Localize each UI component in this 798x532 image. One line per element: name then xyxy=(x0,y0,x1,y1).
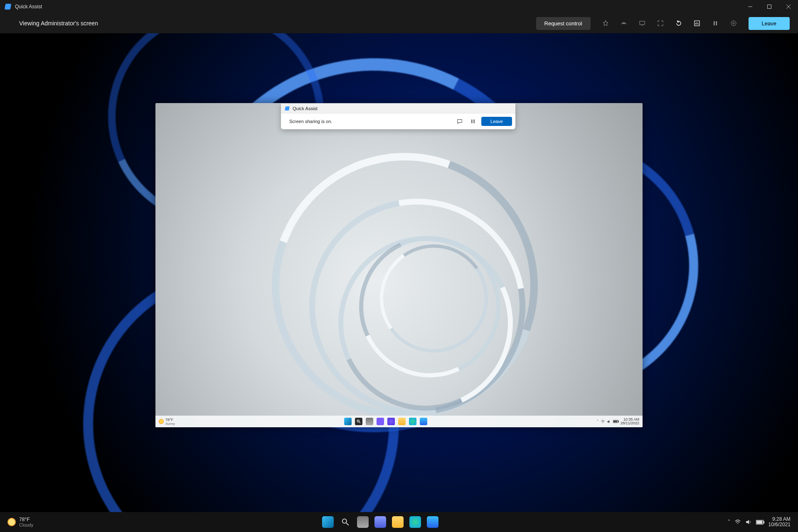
svg-rect-12 xyxy=(471,120,472,123)
svg-rect-1 xyxy=(768,5,771,9)
widgets-icon[interactable] xyxy=(377,418,384,425)
host-desktop: Quick Assist Screen sharing is on. Leave xyxy=(0,33,798,512)
store-icon[interactable] xyxy=(427,516,438,528)
svg-rect-22 xyxy=(764,521,764,523)
remote-system-tray[interactable]: ˄ 10:35 AM 28/11/2022 xyxy=(597,418,639,426)
wifi-icon[interactable] xyxy=(601,419,605,424)
weather-cond: Cloudy xyxy=(19,522,33,527)
session-status: Viewing Administrator's screen xyxy=(19,20,98,27)
svg-point-19 xyxy=(342,519,347,523)
chevron-up-icon[interactable]: ˄ xyxy=(597,419,599,424)
svg-point-4 xyxy=(623,23,624,24)
pause-icon[interactable] xyxy=(468,116,478,126)
svg-rect-5 xyxy=(640,21,645,25)
leave-button[interactable]: Leave xyxy=(749,17,790,30)
remote-weather-temp: 78°F xyxy=(165,418,175,422)
remote-taskbar: 78°F Sunny ˄ xyxy=(155,416,643,427)
remote-clock-date: 28/11/2022 xyxy=(621,421,639,425)
remote-popup-title: Quick Assist xyxy=(293,106,318,111)
svg-rect-13 xyxy=(474,120,475,123)
maximize-button[interactable] xyxy=(760,0,779,13)
svg-point-11 xyxy=(733,22,734,24)
svg-rect-18 xyxy=(614,421,617,422)
search-icon[interactable] xyxy=(340,516,351,528)
svg-rect-17 xyxy=(618,421,618,422)
edge-icon[interactable] xyxy=(409,516,421,528)
annotate-icon[interactable] xyxy=(616,16,632,30)
svg-point-14 xyxy=(357,420,360,422)
remote-quick-assist-popup: Quick Assist Screen sharing is on. Leave xyxy=(281,103,515,129)
edge-icon[interactable] xyxy=(409,418,416,425)
chat-icon[interactable] xyxy=(455,116,465,126)
chevron-up-icon[interactable]: ˄ xyxy=(728,519,730,525)
remote-taskbar-center xyxy=(344,418,427,425)
quick-assist-icon xyxy=(285,106,290,111)
actual-size-icon[interactable] xyxy=(652,16,669,30)
minimize-button[interactable] xyxy=(741,0,760,13)
sun-icon xyxy=(7,518,16,526)
chat-icon[interactable] xyxy=(387,418,395,425)
pause-icon[interactable] xyxy=(707,16,724,30)
store-icon[interactable] xyxy=(420,418,427,425)
search-icon[interactable] xyxy=(355,418,362,425)
volume-icon[interactable] xyxy=(745,519,752,525)
close-button[interactable] xyxy=(779,0,798,13)
remote-sharing-status: Screen sharing is on. xyxy=(289,119,332,124)
weather-widget[interactable]: 78°F Cloudy xyxy=(7,517,33,527)
battery-icon[interactable] xyxy=(756,520,764,525)
start-icon[interactable] xyxy=(344,418,352,425)
request-control-button[interactable]: Request control xyxy=(536,17,591,30)
sun-icon xyxy=(159,419,164,424)
task-view-icon[interactable] xyxy=(357,516,369,528)
app-title: Quick Assist xyxy=(15,4,42,10)
remote-weather-widget[interactable]: 78°F Sunny xyxy=(159,418,175,426)
task-view-icon[interactable] xyxy=(366,418,373,425)
chat-icon[interactable] xyxy=(374,516,386,528)
volume-icon[interactable] xyxy=(607,419,611,424)
remote-leave-button[interactable]: Leave xyxy=(481,117,512,126)
host-taskbar: 78°F Cloudy ˄ 9:28 AM 10/6/2021 xyxy=(0,512,798,532)
clock-date: 10/6/2021 xyxy=(768,522,791,527)
session-toolbar: Viewing Administrator's screen Request c… xyxy=(0,13,798,33)
taskbar-center xyxy=(322,516,438,528)
svg-rect-8 xyxy=(714,21,715,25)
weather-temp: 78°F xyxy=(19,517,33,522)
remote-weather-cond: Sunny xyxy=(165,422,175,426)
system-tray[interactable]: ˄ 9:28 AM 10/6/2021 xyxy=(728,517,791,527)
window-titlebar: Quick Assist xyxy=(0,0,798,13)
laser-pointer-icon[interactable] xyxy=(597,16,614,30)
start-icon[interactable] xyxy=(322,516,334,528)
svg-point-10 xyxy=(731,21,736,26)
task-manager-icon[interactable] xyxy=(689,16,705,30)
settings-icon[interactable] xyxy=(725,16,742,30)
wifi-icon[interactable] xyxy=(734,519,741,525)
remote-screen[interactable]: Quick Assist Screen sharing is on. Leave xyxy=(155,103,643,427)
restart-icon[interactable] xyxy=(670,16,687,30)
svg-line-15 xyxy=(360,422,361,423)
svg-line-20 xyxy=(347,523,349,525)
quick-assist-icon xyxy=(5,4,11,10)
select-monitor-icon[interactable] xyxy=(634,16,650,30)
svg-rect-9 xyxy=(716,21,717,25)
file-explorer-icon[interactable] xyxy=(392,516,404,528)
battery-icon[interactable] xyxy=(613,420,619,423)
svg-rect-23 xyxy=(757,521,762,524)
file-explorer-icon[interactable] xyxy=(398,418,406,425)
